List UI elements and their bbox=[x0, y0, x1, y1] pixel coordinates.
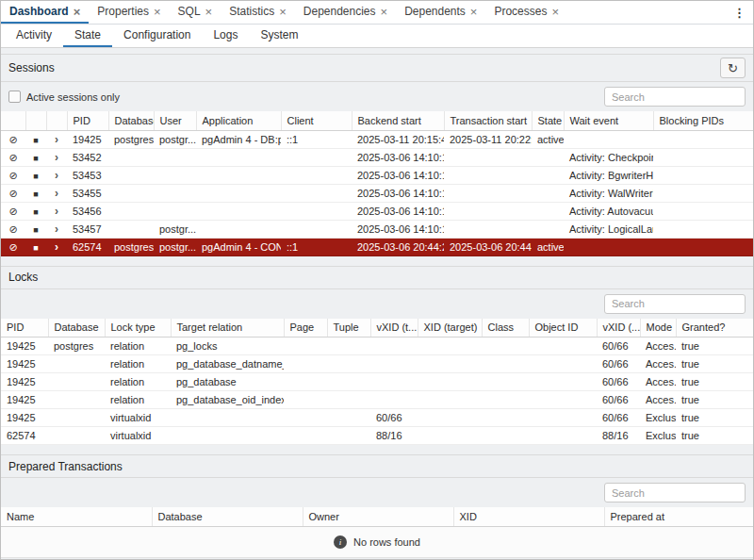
column-header[interactable]: PID bbox=[1, 319, 48, 338]
expand-row-icon[interactable]: › bbox=[55, 134, 58, 145]
expand-row-icon[interactable]: › bbox=[55, 241, 58, 253]
expand-row-icon[interactable]: › bbox=[55, 170, 58, 181]
column-header[interactable]: PID bbox=[67, 111, 108, 130]
column-header[interactable]: Granted? bbox=[676, 319, 753, 338]
column-header[interactable]: XID (target) bbox=[418, 319, 482, 338]
locks-search-input[interactable] bbox=[604, 294, 746, 314]
lock-cell bbox=[370, 355, 418, 373]
session-cell: ::1 bbox=[281, 130, 352, 148]
lock-row[interactable]: 19425relationpg_database_oid_index60/66A… bbox=[1, 391, 753, 409]
column-header[interactable]: XID bbox=[453, 507, 604, 526]
tab-properties[interactable]: Properties × bbox=[89, 1, 169, 24]
prepared-search-input[interactable] bbox=[604, 483, 746, 502]
session-row[interactable]: ⊘■›62574postgrespostgr...pgAdmin 4 - CON… bbox=[1, 238, 753, 255]
lock-row[interactable]: 19425relationpg_database60/66Acces...tru… bbox=[1, 373, 753, 391]
cancel-query-icon[interactable]: ⊘ bbox=[8, 153, 17, 163]
session-row[interactable]: ⊘■›534532025-03-06 14:10:11 ...Activity:… bbox=[1, 166, 753, 184]
column-header[interactable]: Transaction start bbox=[444, 111, 532, 130]
tab-processes[interactable]: Processes × bbox=[485, 1, 567, 24]
cancel-query-icon[interactable]: ⊘ bbox=[8, 135, 17, 145]
tab-dependencies[interactable]: Dependencies × bbox=[295, 1, 396, 24]
terminate-icon[interactable]: ■ bbox=[33, 244, 38, 253]
column-header[interactable]: Database bbox=[48, 319, 105, 338]
lock-cell bbox=[171, 409, 284, 427]
session-cell bbox=[108, 202, 154, 220]
active-sessions-only-checkbox[interactable]: Active sessions only bbox=[8, 91, 120, 103]
cancel-query-icon[interactable]: ⊘ bbox=[8, 171, 17, 181]
terminate-icon[interactable]: ■ bbox=[33, 226, 38, 235]
close-icon[interactable]: × bbox=[381, 6, 388, 18]
terminate-icon[interactable]: ■ bbox=[33, 208, 38, 217]
close-icon[interactable]: × bbox=[470, 6, 478, 18]
terminate-icon[interactable]: ■ bbox=[33, 155, 38, 163]
column-header[interactable]: vXID (... bbox=[597, 319, 640, 338]
subtab-activity[interactable]: Activity bbox=[5, 25, 63, 47]
subtab-state[interactable]: State bbox=[63, 25, 112, 47]
cancel-query-icon[interactable]: ⊘ bbox=[8, 206, 17, 217]
subtab-system[interactable]: System bbox=[249, 25, 309, 47]
lock-row[interactable]: 19425postgresrelationpg_locks60/66Acces.… bbox=[1, 338, 753, 355]
column-header[interactable]: Backend start bbox=[352, 111, 444, 130]
expand-row-icon[interactable]: › bbox=[55, 152, 58, 163]
refresh-button[interactable]: ↻ bbox=[720, 58, 746, 78]
sessions-search-input[interactable] bbox=[604, 87, 746, 107]
lock-row[interactable]: 19425virtualxid60/6660/66Exclusi...true bbox=[1, 409, 753, 427]
terminate-icon[interactable]: ■ bbox=[33, 137, 38, 145]
session-row[interactable]: ⊘■›53457postgr...2025-03-06 14:10:11 ...… bbox=[1, 220, 753, 238]
empty-state: i No rows found bbox=[1, 527, 753, 558]
terminate-icon[interactable]: ■ bbox=[33, 173, 38, 181]
kebab-menu-icon[interactable]: ⋮ bbox=[726, 1, 753, 24]
subtab-logs[interactable]: Logs bbox=[202, 25, 249, 47]
session-row[interactable]: ⊘■›534522025-03-06 14:10:11 ...Activity:… bbox=[1, 148, 753, 166]
prepared-table: NameDatabaseOwnerXIDPrepared at bbox=[1, 507, 753, 527]
cancel-query-icon[interactable]: ⊘ bbox=[8, 224, 17, 235]
lock-cell: true bbox=[676, 373, 753, 391]
lock-row[interactable]: 19425relationpg_database_datname_ind...6… bbox=[1, 355, 753, 373]
column-header[interactable]: Page bbox=[284, 319, 327, 338]
session-row[interactable]: ⊘■›534562025-03-06 14:10:11 ...Activity:… bbox=[1, 202, 753, 220]
column-header[interactable]: Blocking PIDs bbox=[653, 111, 753, 130]
prepared-header: Prepared Transactions bbox=[1, 455, 753, 478]
expand-row-icon[interactable]: › bbox=[55, 206, 58, 217]
column-header[interactable]: Object ID bbox=[529, 319, 597, 338]
column-header[interactable]: Target relation bbox=[171, 319, 284, 338]
column-header[interactable]: Name bbox=[1, 507, 152, 526]
column-header[interactable]: State bbox=[532, 111, 564, 130]
column-header[interactable]: User bbox=[154, 111, 196, 130]
column-header[interactable]: Class bbox=[482, 319, 529, 338]
expand-row-icon[interactable]: › bbox=[55, 188, 58, 199]
close-icon[interactable]: × bbox=[551, 6, 559, 18]
close-icon[interactable]: × bbox=[279, 6, 287, 18]
session-row[interactable]: ⊘■›19425postgrespostgr...pgAdmin 4 - DB:… bbox=[1, 130, 753, 148]
cancel-query-icon[interactable]: ⊘ bbox=[8, 189, 17, 199]
tab-statistics[interactable]: Statistics × bbox=[221, 1, 295, 24]
column-header[interactable]: Prepared at bbox=[604, 507, 753, 526]
icon-cell: ⊘ bbox=[1, 148, 25, 166]
column-header[interactable]: Database bbox=[108, 111, 154, 130]
column-header[interactable]: Lock type bbox=[105, 319, 171, 338]
terminate-icon[interactable]: ■ bbox=[33, 190, 38, 199]
column-header[interactable]: Wait event bbox=[564, 111, 653, 130]
column-header[interactable]: Owner bbox=[303, 507, 453, 526]
cancel-query-icon[interactable]: ⊘ bbox=[8, 242, 17, 253]
column-header[interactable]: Database bbox=[152, 507, 303, 526]
tab-dependents[interactable]: Dependents × bbox=[396, 1, 485, 24]
column-header[interactable]: Application bbox=[196, 111, 281, 130]
column-header[interactable]: Mode bbox=[640, 319, 676, 338]
lock-cell: Acces... bbox=[640, 391, 676, 409]
session-row[interactable]: ⊘■›534552025-03-06 14:10:11 ...Activity:… bbox=[1, 184, 753, 202]
session-cell bbox=[653, 184, 753, 202]
close-icon[interactable]: × bbox=[74, 6, 81, 18]
column-header[interactable]: vXID (t... bbox=[370, 319, 418, 338]
subtab-configuration[interactable]: Configuration bbox=[112, 25, 202, 47]
icon-column-header bbox=[1, 111, 25, 130]
column-header[interactable]: Tuple bbox=[327, 319, 370, 338]
tab-dashboard[interactable]: Dashboard × bbox=[1, 1, 89, 24]
expand-row-icon[interactable]: › bbox=[55, 223, 58, 235]
checkbox-icon[interactable] bbox=[8, 91, 21, 103]
close-icon[interactable]: × bbox=[154, 6, 161, 18]
tab-sql[interactable]: SQL × bbox=[170, 1, 221, 24]
close-icon[interactable]: × bbox=[205, 6, 213, 18]
column-header[interactable]: Client bbox=[281, 111, 352, 130]
lock-row[interactable]: 62574virtualxid88/1688/16Exclusi...true bbox=[1, 427, 753, 445]
